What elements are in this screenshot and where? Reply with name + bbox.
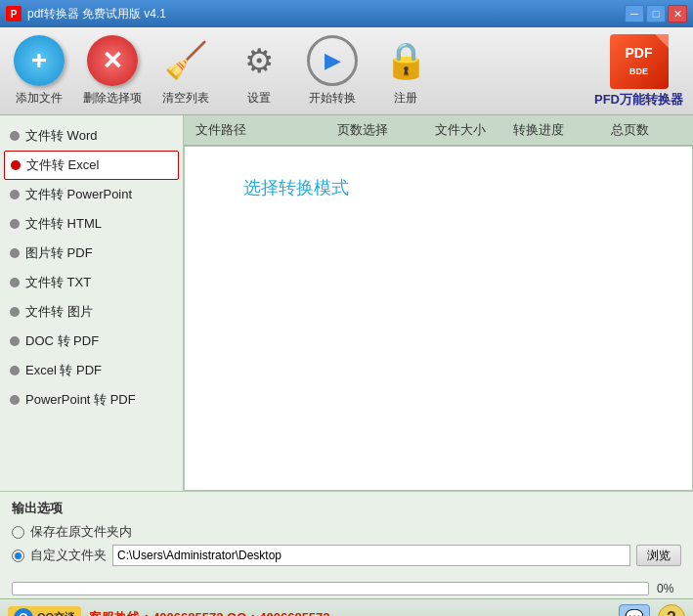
delete-icon: ✕	[87, 35, 138, 86]
register-button[interactable]: 🔒 注册	[376, 35, 435, 107]
file-table-header: 文件路径 页数选择 文件大小 转换进度 总页数	[184, 115, 693, 146]
dot-icon	[10, 366, 20, 375]
sidebar-item-excel2pdf[interactable]: Excel 转 PDF	[0, 356, 183, 385]
dot-icon	[10, 190, 20, 199]
sidebar-item-txt-label: 文件转 TXT	[25, 274, 91, 291]
header-path: 文件路径	[192, 119, 333, 141]
file-area: 文件路径 页数选择 文件大小 转换进度 总页数 选择转换模式	[184, 115, 693, 491]
header-progress: 转换进度	[509, 119, 607, 141]
convert-button[interactable]: ▶ 开始转换	[303, 35, 362, 107]
sidebar-item-html-label: 文件转 HTML	[25, 215, 102, 233]
sidebar-item-ppt2pdf[interactable]: PowerPoint 转 PDF	[0, 385, 183, 415]
sidebar-item-excel2pdf-label: Excel 转 PDF	[25, 362, 102, 379]
sidebar-item-excel-label: 文件转 Excel	[26, 156, 99, 174]
clear-button[interactable]: 🧹 清空列表	[156, 35, 215, 107]
sidebar-item-img-label: 文件转 图片	[25, 303, 93, 321]
window-title: pdf转换器 免费试用版 v4.1	[27, 6, 166, 22]
output-section: 输出选项 保存在原文件夹内 自定义文件夹 浏览	[0, 491, 693, 579]
app-icon: P	[6, 6, 22, 22]
sidebar-item-word[interactable]: 文件转 Word	[0, 121, 183, 151]
header-size: 文件大小	[431, 119, 509, 141]
sidebar-item-html[interactable]: 文件转 HTML	[0, 209, 183, 239]
sidebar-item-ppt[interactable]: 文件转 PowerPoint	[0, 180, 183, 209]
toolbar: + 添加文件 ✕ 删除选择项 🧹 清空列表 ⚙ 设置 ▶ 开始转换 🔒 注册 P…	[0, 27, 693, 115]
radio-row-custom[interactable]: 自定义文件夹 浏览	[12, 545, 681, 566]
sidebar-item-doc2pdf[interactable]: DOC 转 PDF	[0, 327, 183, 356]
sidebar-item-img[interactable]: 文件转 图片	[0, 297, 183, 327]
file-table-body: 选择转换模式	[184, 146, 693, 491]
select-mode-hint: 选择转换模式	[243, 176, 349, 199]
progress-label: 0%	[657, 582, 681, 595]
path-input[interactable]	[112, 545, 630, 566]
clear-label: 清空列表	[162, 90, 209, 107]
pdf-logo-text: PDFBDE	[626, 45, 653, 78]
sidebar-item-img2pdf-label: 图片转 PDF	[25, 244, 93, 262]
settings-label: 设置	[247, 90, 271, 107]
hotline-text[interactable]: 客服热线：4006685572 QQ：4006685572	[89, 609, 329, 617]
add-file-label: 添加文件	[16, 90, 63, 107]
browse-button[interactable]: 浏览	[636, 545, 681, 566]
gear-icon: ⚙	[234, 35, 284, 86]
output-title: 输出选项	[12, 500, 681, 517]
broom-icon: 🧹	[160, 35, 211, 86]
pdf-logo: PDFBDE	[610, 34, 669, 89]
add-icon: +	[14, 35, 65, 86]
dot-icon	[10, 219, 20, 229]
delete-button[interactable]: ✕ 删除选择项	[83, 35, 142, 107]
dot-icon	[10, 278, 20, 287]
lock-svg: 🔒	[380, 35, 431, 86]
path-input-row: 浏览	[112, 545, 681, 566]
dot-icon	[10, 307, 20, 317]
radio-custom[interactable]	[12, 550, 24, 562]
add-file-button[interactable]: + 添加文件	[10, 35, 68, 107]
radio-original-label: 保存在原文件夹内	[30, 523, 132, 541]
play-circle-icon: ▶	[307, 35, 358, 86]
sidebar-item-ppt2pdf-label: PowerPoint 转 PDF	[25, 391, 136, 409]
convert-label: 开始转换	[309, 90, 356, 107]
qq-icon: Q	[14, 608, 33, 617]
broom-svg: 🧹	[160, 35, 211, 86]
close-button[interactable]: ✕	[668, 5, 687, 22]
radio-original[interactable]	[12, 526, 24, 539]
delete-circle-icon: ✕	[87, 35, 138, 86]
dot-icon	[10, 336, 20, 346]
dot-icon	[10, 131, 20, 141]
sidebar-item-word-label: 文件转 Word	[25, 127, 97, 145]
chat-icon: 💬	[625, 608, 644, 616]
radio-row-original[interactable]: 保存在原文件夹内	[12, 523, 681, 541]
sidebar-item-txt[interactable]: 文件转 TXT	[0, 268, 183, 297]
help-icon: ?	[667, 609, 676, 617]
header-total: 总页数	[607, 119, 685, 141]
radio-custom-label: 自定义文件夹	[30, 547, 107, 564]
title-bar: P pdf转换器 免费试用版 v4.1 ─ □ ✕	[0, 0, 693, 27]
title-bar-controls: ─ □ ✕	[625, 5, 687, 22]
sidebar-item-excel[interactable]: 文件转 Excel	[4, 151, 179, 180]
sidebar-item-doc2pdf-label: DOC 转 PDF	[25, 332, 99, 350]
minimize-button[interactable]: ─	[625, 5, 644, 22]
progress-section: 0%	[0, 579, 693, 598]
title-bar-left: P pdf转换器 免费试用版 v4.1	[6, 6, 166, 22]
play-icon: ▶	[307, 35, 358, 86]
sidebar: 文件转 Word 文件转 Excel 文件转 PowerPoint 文件转 HT…	[0, 115, 184, 491]
lock-icon: 🔒	[380, 35, 431, 86]
dot-active-icon	[11, 160, 21, 170]
sidebar-item-img2pdf[interactable]: 图片转 PDF	[0, 239, 183, 268]
delete-label: 删除选择项	[83, 90, 142, 107]
bottom-bar: Q QQ交谈 客服热线：4006685572 QQ：4006685572 💬 ?	[0, 598, 693, 616]
dot-icon	[10, 395, 20, 405]
dot-icon	[10, 248, 20, 258]
progress-bar-container	[12, 582, 649, 595]
radio-group: 保存在原文件夹内 自定义文件夹 浏览	[12, 523, 681, 566]
help-button[interactable]: ?	[658, 604, 685, 617]
chat-button[interactable]: 💬	[619, 604, 650, 617]
settings-icon: ⚙	[234, 35, 284, 86]
maximize-button[interactable]: □	[646, 5, 666, 22]
brand-name: PFD万能转换器	[594, 91, 683, 109]
sidebar-item-ppt-label: 文件转 PowerPoint	[25, 186, 132, 203]
pdf-brand: PDFBDE PFD万能转换器	[594, 34, 683, 109]
main-content: 文件转 Word 文件转 Excel 文件转 PowerPoint 文件转 HT…	[0, 115, 693, 491]
qq-badge[interactable]: Q QQ交谈	[8, 606, 81, 617]
header-pages: 页数选择	[333, 119, 431, 141]
qq-label: QQ交谈	[37, 610, 75, 616]
settings-button[interactable]: ⚙ 设置	[230, 35, 288, 107]
